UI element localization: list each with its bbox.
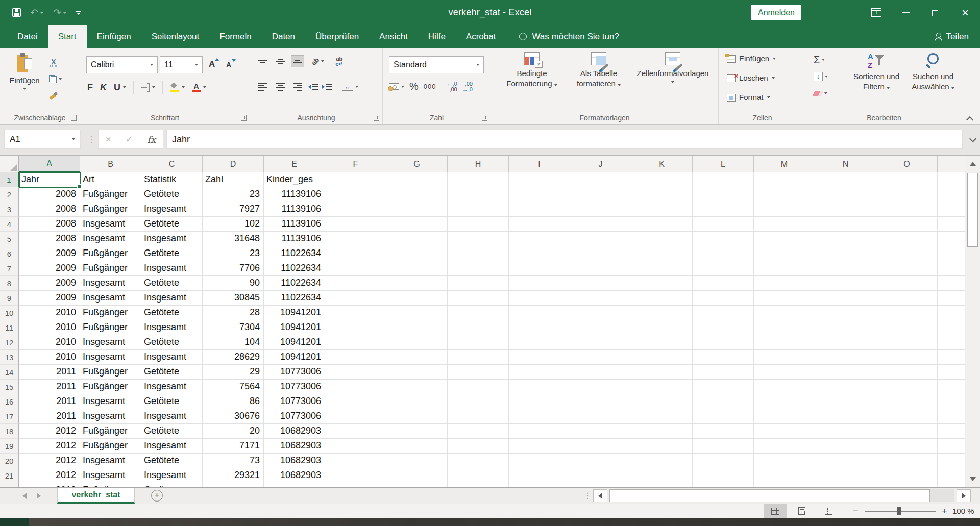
cell[interactable] — [631, 172, 693, 187]
cell[interactable] — [448, 439, 509, 454]
cell[interactable] — [815, 320, 876, 335]
cell[interactable] — [386, 291, 448, 306]
insert-function-icon[interactable]: fx — [147, 134, 156, 145]
cell[interactable] — [448, 335, 509, 350]
tab-einfügen[interactable]: Einfügen — [87, 25, 141, 48]
cell[interactable]: Fußgänger — [80, 380, 141, 394]
cell[interactable]: 2012 — [19, 454, 80, 468]
column-header-C[interactable]: C — [141, 156, 203, 172]
italic-button[interactable]: K — [100, 82, 107, 93]
cell[interactable] — [509, 409, 570, 424]
fill-color-button[interactable] — [170, 83, 185, 92]
cancel-icon[interactable]: × — [106, 134, 111, 145]
tell-me-box[interactable]: Was möchten Sie tun? — [519, 25, 619, 48]
cell[interactable] — [509, 232, 570, 246]
row-header-5[interactable]: 5 — [0, 232, 19, 246]
cell[interactable] — [876, 246, 938, 261]
cell[interactable] — [203, 483, 264, 487]
cell[interactable] — [325, 246, 386, 261]
row-header-12[interactable]: 12 — [0, 335, 19, 350]
cell[interactable] — [631, 380, 693, 394]
cell[interactable] — [693, 365, 754, 380]
cell[interactable]: Art — [80, 172, 141, 187]
cell[interactable] — [448, 187, 509, 202]
cell[interactable]: 10682903 — [264, 424, 325, 439]
borders-button[interactable] — [141, 83, 155, 92]
column-header-J[interactable]: J — [570, 156, 631, 172]
cell[interactable] — [693, 232, 754, 246]
row-header-20[interactable]: 20 — [0, 454, 19, 468]
cell[interactable] — [876, 380, 938, 394]
cell[interactable] — [448, 320, 509, 335]
cell[interactable] — [570, 439, 631, 454]
cell[interactable] — [938, 291, 965, 306]
cell[interactable] — [693, 468, 754, 483]
cell[interactable] — [448, 246, 509, 261]
cell[interactable] — [509, 380, 570, 394]
cell[interactable] — [815, 454, 876, 468]
cell[interactable] — [815, 394, 876, 409]
cell[interactable]: 11022634 — [264, 261, 325, 276]
cell[interactable] — [509, 202, 570, 217]
cell[interactable] — [938, 483, 965, 487]
tab-start[interactable]: Start — [48, 25, 87, 48]
zoom-out-button[interactable]: − — [849, 505, 862, 517]
format-cells-button[interactable]: Format — [727, 91, 770, 104]
bold-button[interactable]: F — [87, 82, 93, 93]
cell[interactable]: 11139106 — [264, 187, 325, 202]
delete-cells-button[interactable]: × Löschen — [727, 71, 775, 85]
cell[interactable] — [876, 468, 938, 483]
cell[interactable] — [876, 424, 938, 439]
row-header-1[interactable]: 1 — [0, 172, 19, 187]
column-header-I[interactable]: I — [509, 156, 570, 172]
cell[interactable]: Getötete — [141, 365, 203, 380]
cell[interactable] — [815, 217, 876, 232]
cell[interactable]: Insgesamt — [80, 232, 141, 246]
hscroll-right-button[interactable] — [957, 489, 971, 502]
cell[interactable] — [325, 350, 386, 365]
cell[interactable] — [386, 335, 448, 350]
cell[interactable]: 2008 — [19, 217, 80, 232]
row-header-19[interactable]: 19 — [0, 439, 19, 454]
cell[interactable] — [509, 291, 570, 306]
cell[interactable] — [876, 439, 938, 454]
cell[interactable] — [754, 454, 815, 468]
cell[interactable] — [754, 187, 815, 202]
cell[interactable] — [938, 409, 965, 424]
increase-indent-button[interactable] — [322, 84, 332, 90]
cell[interactable] — [386, 276, 448, 291]
formula-bar-splitter[interactable]: ⋮ — [87, 131, 96, 147]
cell[interactable] — [938, 232, 965, 246]
cell[interactable] — [754, 335, 815, 350]
cell[interactable] — [815, 439, 876, 454]
tab-acrobat[interactable]: Acrobat — [456, 25, 506, 48]
cell[interactable]: 28629 — [203, 350, 264, 365]
tab-ansicht[interactable]: Ansicht — [369, 25, 418, 48]
cell[interactable] — [876, 320, 938, 335]
cell[interactable] — [815, 468, 876, 483]
cell[interactable]: Insgesamt — [141, 232, 203, 246]
cell[interactable] — [938, 202, 965, 217]
cell[interactable] — [448, 276, 509, 291]
cell[interactable]: Insgesamt — [80, 335, 141, 350]
cell[interactable] — [754, 409, 815, 424]
cell[interactable] — [693, 187, 754, 202]
cell[interactable] — [693, 291, 754, 306]
cell[interactable] — [448, 217, 509, 232]
decrease-decimal-button[interactable]: ,00→,0 — [462, 81, 473, 92]
cell[interactable]: Getötete — [141, 454, 203, 468]
cell[interactable]: 7706 — [203, 261, 264, 276]
percent-style-button[interactable]: % — [409, 81, 419, 92]
cell[interactable]: 11139106 — [264, 202, 325, 217]
cell[interactable]: 86 — [203, 394, 264, 409]
cell[interactable] — [570, 172, 631, 187]
cell[interactable] — [509, 424, 570, 439]
cell[interactable] — [570, 232, 631, 246]
cell[interactable] — [570, 409, 631, 424]
row-header-4[interactable]: 4 — [0, 217, 19, 232]
cell[interactable]: Insgesamt — [80, 350, 141, 365]
fill-button[interactable]: ↓ — [814, 69, 828, 84]
font-dialog-launcher[interactable] — [241, 115, 247, 121]
cell[interactable]: Insgesamt — [141, 202, 203, 217]
cell[interactable] — [509, 320, 570, 335]
